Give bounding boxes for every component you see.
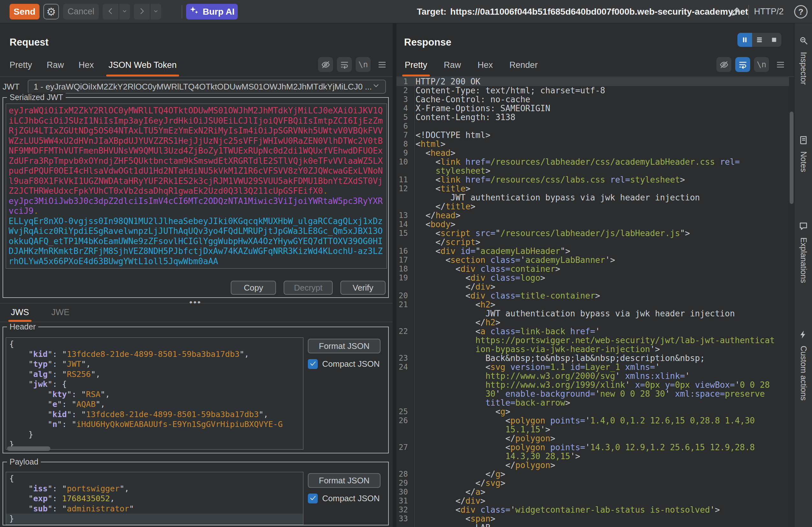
back-history-dropdown[interactable] bbox=[119, 4, 130, 19]
fill-icon[interactable] bbox=[767, 33, 781, 47]
help-button[interactable]: ? bbox=[794, 5, 808, 18]
chevron-down-icon bbox=[153, 8, 159, 16]
compact-json-checkbox[interactable] bbox=[308, 494, 318, 503]
response-code-row: 9 <head> bbox=[396, 148, 789, 157]
forward-history-dropdown[interactable] bbox=[150, 4, 161, 19]
sidebar-item-custom-actions[interactable]: Custom actions bbox=[795, 330, 812, 400]
pencil-icon bbox=[731, 6, 741, 17]
gear-button[interactable]: ⚙ bbox=[43, 4, 59, 19]
decrypt-button[interactable]: Decrypt bbox=[284, 281, 333, 295]
jwt-select[interactable]: 1 - eyJraWQiOiIxM2ZkY2RlOC0yMWRlLTQ4OTkt… bbox=[28, 80, 386, 94]
format-json-button[interactable]: Format JSON bbox=[308, 339, 380, 353]
menu-icon[interactable] bbox=[375, 57, 389, 72]
response-code-row: 18 <div class=container> bbox=[396, 264, 789, 273]
hide-icon[interactable] bbox=[716, 57, 731, 72]
tab-raw[interactable]: Raw bbox=[47, 54, 64, 76]
back-button[interactable] bbox=[103, 4, 119, 19]
top-toolbar: Send ⚙ Cancel Burp AI Target:https://0a1… bbox=[0, 0, 812, 23]
json-row: "iss": "portswigger", bbox=[9, 484, 300, 494]
response-code-row: JWT authentication bypass via jwk header… bbox=[396, 193, 789, 202]
forward-button[interactable] bbox=[134, 4, 150, 19]
response-code-row: LAB bbox=[396, 523, 789, 527]
tab-hex[interactable]: Hex bbox=[478, 54, 493, 76]
jwt-buttons: Copy Decrypt Verify bbox=[231, 281, 386, 295]
jwt-p-part: eyJpc3MiOiJwb3J0c3dpZ2dlciIsImV4cCI6MTc2… bbox=[9, 196, 383, 216]
chevron-right-icon bbox=[138, 7, 146, 16]
format-json-button[interactable]: Format JSON bbox=[308, 473, 380, 488]
hide-icon[interactable] bbox=[318, 57, 333, 72]
response-code-row: 30 </a> bbox=[396, 487, 789, 496]
send-button[interactable]: Send bbox=[10, 4, 40, 19]
line-number: 8 bbox=[396, 140, 411, 148]
pause-icon[interactable] bbox=[737, 33, 752, 47]
json-row: "typ": "JWT", bbox=[9, 359, 300, 369]
tab-pretty[interactable]: Pretty bbox=[405, 54, 427, 76]
line-number: 30 bbox=[396, 487, 411, 496]
jwt-select-value: 1 - eyJraWQiOiIxM2ZkY2RlOC0yMWRlLTQ4OTkt… bbox=[33, 82, 372, 92]
response-code-row: 4X-Frame-Options: SAMEORIGIN bbox=[396, 104, 789, 113]
response-code-row: 8<html> bbox=[396, 140, 789, 148]
line-number: 3 bbox=[396, 95, 411, 104]
toolbar-separator bbox=[182, 5, 182, 18]
line-number: 4 bbox=[396, 104, 411, 113]
json-row: "e": "AQAB", bbox=[9, 399, 300, 409]
line-number: 28 bbox=[396, 470, 411, 479]
target-url: Target:https://0a11006f044b51f685d640bd0… bbox=[417, 0, 748, 23]
line-number bbox=[396, 282, 411, 291]
response-code-row: 33 <span> bbox=[396, 514, 789, 523]
cancel-button[interactable]: Cancel bbox=[63, 4, 99, 19]
vertical-scrollbar-thumb[interactable] bbox=[790, 112, 794, 204]
line-number bbox=[396, 452, 411, 461]
tab-json-web-token[interactable]: JSON Web Token bbox=[109, 54, 177, 76]
copy-button[interactable]: Copy bbox=[231, 281, 276, 295]
sidebar-item-inspector[interactable]: Inspector bbox=[795, 36, 812, 85]
tab-raw[interactable]: Raw bbox=[444, 54, 461, 76]
newline-icon[interactable]: \n bbox=[356, 57, 371, 72]
tab-jwe[interactable]: JWE bbox=[50, 307, 71, 322]
line-number: 29 bbox=[396, 479, 411, 487]
response-code-row: 30' enable-background='new 0 0 28 30' xm… bbox=[396, 389, 789, 398]
sidebar-item-explanations[interactable]: Explanations bbox=[795, 221, 812, 283]
line-number bbox=[396, 238, 411, 247]
response-code-row: 10 <link href=/resources/labheader/css/a… bbox=[396, 157, 789, 166]
explanations-icon bbox=[799, 221, 808, 232]
response-code-row: </polygon> bbox=[396, 434, 789, 443]
tab-jws[interactable]: JWS bbox=[10, 307, 30, 322]
rows-icon[interactable] bbox=[752, 33, 767, 47]
verify-button[interactable]: Verify bbox=[340, 281, 386, 295]
burp-ai-button[interactable]: Burp AI bbox=[186, 4, 238, 19]
vertical-scrollbar-track[interactable] bbox=[789, 77, 794, 527]
response-code-row: 27 <polygon points='14.3,0 12.9,1.2 25.6… bbox=[396, 443, 789, 452]
line-number: 10 bbox=[396, 157, 411, 166]
json-row: } bbox=[9, 429, 300, 440]
compact-json-checkbox[interactable] bbox=[308, 359, 318, 369]
tab-render[interactable]: Render bbox=[510, 54, 538, 76]
jwt-payload-editor[interactable]: { "iss": "portswigger", "exp": 176843505… bbox=[6, 472, 303, 525]
jwt-header-editor[interactable]: { "kid": "13fdcde8-21de-4899-8501-59ba3b… bbox=[6, 337, 303, 450]
line-number bbox=[396, 309, 411, 318]
serialized-jwt-legend: Serialized JWT bbox=[7, 93, 66, 102]
response-panel: Response PrettyRawHexRender \n 1HTTP/2 2… bbox=[396, 23, 794, 527]
sidebar-item-label: Notes bbox=[799, 151, 808, 172]
compact-json-label: Compact JSON bbox=[322, 494, 380, 503]
tab-hex[interactable]: Hex bbox=[79, 54, 94, 76]
inspector-icon bbox=[799, 36, 808, 47]
json-row: } bbox=[9, 439, 300, 450]
response-code-row: 25 <g> bbox=[396, 407, 789, 416]
wrap-lines-icon[interactable] bbox=[735, 57, 750, 72]
sidebar-item-notes[interactable]: Notes bbox=[795, 135, 812, 172]
compact-json-label: Compact JSON bbox=[322, 359, 380, 369]
compact-json-row: Compact JSON bbox=[308, 359, 380, 369]
sidebar-item-label: Explanations bbox=[799, 237, 808, 283]
newline-icon[interactable]: \n bbox=[754, 57, 769, 72]
horizontal-scrollbar[interactable] bbox=[7, 447, 50, 451]
line-number: 33 bbox=[396, 514, 411, 523]
jwt-h-part: eyJraWQiOiIxM2ZkY2RlOC0yMWRlLTQ4OTktODUw… bbox=[9, 106, 383, 196]
gear-icon: ⚙ bbox=[46, 5, 56, 18]
edit-target-button[interactable] bbox=[728, 4, 743, 19]
response-editor[interactable]: 1HTTP/2 200 OK2Content-Type: text/html; … bbox=[396, 77, 789, 527]
tab-pretty[interactable]: Pretty bbox=[10, 54, 32, 76]
serialized-jwt-editor[interactable]: eyJraWQiOiIxM2ZkY2RlOC0yMWRlLTQ4OTktODUw… bbox=[6, 104, 387, 268]
wrap-lines-icon[interactable] bbox=[337, 57, 352, 72]
menu-icon[interactable] bbox=[773, 57, 788, 72]
